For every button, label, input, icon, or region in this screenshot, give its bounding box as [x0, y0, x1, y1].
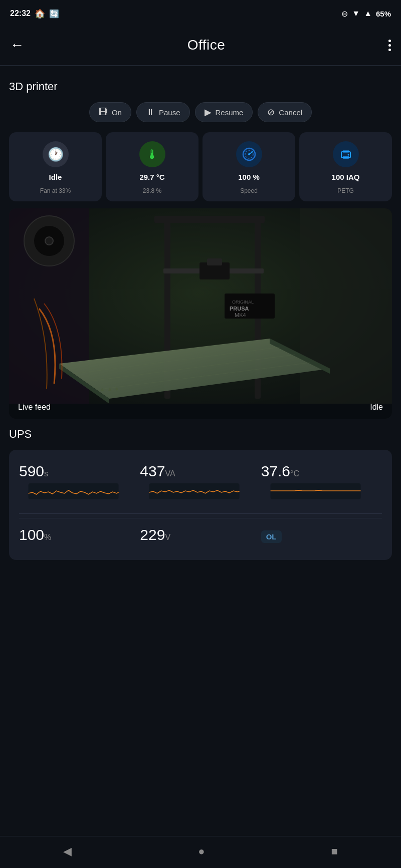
ups-cell-voltage: 229V: [140, 522, 261, 551]
ups-va-value: 437VA: [140, 463, 261, 479]
time-display: 22:32: [10, 9, 31, 18]
stat-card-status[interactable]: 🕐 Idle Fan at 33%: [9, 132, 102, 201]
ups-voltage-value: 229V: [140, 526, 261, 543]
svg-text:MK4: MK4: [235, 312, 246, 318]
svg-rect-34: [270, 483, 360, 499]
status-bar-left: 22:32 🏠 🔄: [10, 9, 59, 19]
ups-cell-temp: 37.6°C: [261, 459, 382, 509]
printer-camera-view: ORIGINAL PRUSA MK4: [9, 208, 392, 419]
live-feed-label: Live feed: [18, 403, 51, 412]
ups-temp-sparkline: [261, 483, 370, 499]
bottom-padding: [9, 560, 392, 600]
printer-visual: ORIGINAL PRUSA MK4: [9, 208, 392, 419]
ups-cell-va: 437VA: [140, 459, 261, 509]
stat-iaq-sub: PETG: [337, 187, 354, 194]
cancel-icon: ⊘: [267, 108, 275, 117]
ups-ol-badge: OL: [261, 530, 282, 543]
ups-temp-value: 37.6°C: [261, 463, 382, 479]
svg-point-3: [248, 153, 250, 155]
signal-icon: ▲: [364, 9, 372, 18]
ups-card: 590s 437VA: [9, 450, 392, 560]
live-feed-status: Idle: [370, 403, 383, 412]
status-bar: 22:32 🏠 🔄 ⊖ ▼ ▲ 65%: [0, 0, 401, 25]
nav-home-button[interactable]: ●: [198, 845, 205, 858]
stat-status-main: Idle: [49, 172, 62, 182]
svg-text:▲ ▲ ✦: ▲ ▲ ✦: [99, 386, 119, 393]
stat-temp-sub: 23.8 %: [143, 187, 161, 194]
nav-back-button[interactable]: ◀: [63, 845, 72, 858]
pause-button[interactable]: ⏸ Pause: [136, 102, 190, 122]
pause-label: Pause: [159, 108, 180, 117]
stat-card-iaq[interactable]: 100 IAQ PETG: [299, 132, 392, 201]
svg-rect-15: [207, 258, 222, 265]
speedometer-icon: [242, 147, 257, 162]
ups-row-divider: [19, 513, 382, 514]
ups-runtime-value: 590s: [19, 463, 140, 479]
printer-section: 3D printer 🎞 On ⏸ Pause ▶ Resume ⊘ Cance…: [9, 80, 392, 419]
printer-icon: [338, 147, 353, 162]
clock-icon: 🕐: [48, 147, 64, 162]
status-bar-right: ⊖ ▼ ▲ 65%: [341, 9, 391, 19]
resume-button[interactable]: ▶ Resume: [195, 102, 253, 122]
nav-recent-button[interactable]: ■: [331, 845, 338, 858]
app-bar: ← Office: [0, 25, 401, 65]
svg-rect-5: [343, 150, 349, 153]
stat-card-temp[interactable]: 🌡 29.7 °C 23.8 %: [106, 132, 198, 201]
temp-icon-wrap: 🌡: [139, 141, 165, 167]
pause-icon: ⏸: [146, 108, 155, 117]
nav-bar: ◀ ● ■: [0, 836, 401, 868]
svg-rect-6: [343, 156, 349, 159]
ups-va-sparkline: [140, 483, 249, 499]
ups-percent-value: 100%: [19, 526, 140, 543]
on-icon: 🎞: [99, 108, 108, 117]
ups-runtime-sparkline: [19, 483, 128, 499]
live-feed[interactable]: ORIGINAL PRUSA MK4: [9, 208, 392, 419]
ups-grid-row2: 100% 229V OL: [19, 518, 382, 551]
resume-label: Resume: [216, 108, 244, 117]
svg-rect-10: [300, 208, 392, 419]
stat-speed-sub: Speed: [240, 187, 258, 194]
svg-text:ORIGINAL: ORIGINAL: [232, 300, 254, 305]
svg-text:PRUSA: PRUSA: [230, 306, 249, 312]
stat-iaq-main: 100 IAQ: [332, 172, 360, 182]
ups-grid-row1: 590s 437VA: [19, 459, 382, 509]
status-icon-wrap: 🕐: [43, 141, 69, 167]
svg-rect-32: [29, 483, 119, 499]
stat-speed-main: 100 %: [238, 172, 260, 182]
menu-button[interactable]: [388, 40, 391, 51]
ups-cell-ol: OL: [261, 522, 382, 551]
ups-section: UPS 590s 437VA: [9, 428, 392, 560]
stat-status-sub: Fan at 33%: [40, 187, 71, 194]
sync-icon: 🔄: [49, 9, 59, 19]
stat-temp-main: 29.7 °C: [139, 172, 164, 182]
cancel-label: Cancel: [279, 108, 302, 117]
home-icon: 🏠: [35, 9, 45, 19]
stats-grid: 🕐 Idle Fan at 33% 🌡 29.7 °C 23.8 %: [9, 132, 392, 201]
ups-section-title: UPS: [9, 428, 392, 441]
on-label: On: [112, 108, 122, 117]
wifi-icon: ▼: [352, 9, 360, 18]
dnd-icon: ⊖: [341, 9, 348, 19]
on-button[interactable]: 🎞 On: [89, 102, 131, 122]
printer-controls: 🎞 On ⏸ Pause ▶ Resume ⊘ Cancel: [9, 102, 392, 122]
ups-cell-percent: 100%: [19, 522, 140, 551]
page-title: Office: [187, 37, 226, 53]
svg-rect-30: [9, 404, 392, 419]
back-button[interactable]: ←: [10, 37, 24, 53]
cancel-button[interactable]: ⊘ Cancel: [258, 102, 312, 122]
thermometer-icon: 🌡: [146, 147, 159, 162]
svg-point-29: [45, 237, 53, 245]
battery-display: 65%: [376, 10, 391, 18]
svg-point-7: [347, 154, 349, 156]
iaq-icon-wrap: [333, 141, 359, 167]
ups-cell-runtime: 590s: [19, 459, 140, 509]
stat-card-speed[interactable]: 100 % Speed: [203, 132, 295, 201]
main-content: 3D printer 🎞 On ⏸ Pause ▶ Resume ⊘ Cance…: [0, 66, 401, 610]
resume-icon: ▶: [205, 108, 212, 117]
speed-icon-wrap: [236, 141, 262, 167]
svg-rect-20: [154, 216, 265, 223]
printer-section-title: 3D printer: [9, 80, 392, 93]
